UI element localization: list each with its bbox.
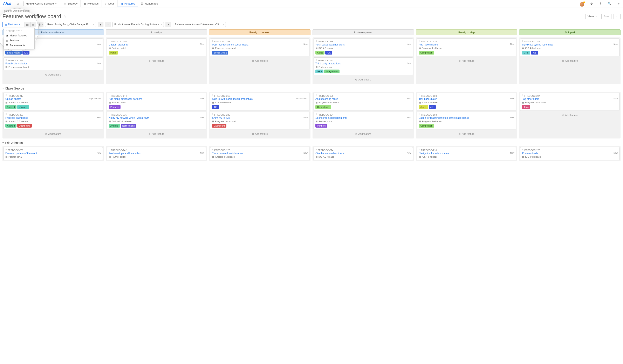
card-title[interactable]: Progress dashboard [5, 117, 28, 120]
drag-handle-icon[interactable]: ⠿ [522, 149, 523, 151]
dropdown-item-requirements[interactable]: ☰Requirements [4, 43, 34, 48]
feature-card[interactable]: ⠿FREDCOC-209 Featured partner of the mon… [3, 147, 103, 160]
tag[interactable]: Dashboard [212, 124, 226, 128]
add-feature-button[interactable]: ⊕Add feature [417, 130, 516, 138]
nav-home[interactable]: ⌂ [14, 0, 22, 7]
feature-card[interactable]: ⠿FREDCOC-205 Custom brandingNew ▦Partner… [107, 39, 206, 56]
save-button[interactable]: Save [601, 14, 611, 19]
tag[interactable]: Alerts [419, 105, 428, 109]
add-feature-button[interactable]: ⊕Add feature [520, 112, 620, 119]
lane-column[interactable]: ⠿FREDCOC-136 Add upcoming racesNew ▦Prog… [312, 92, 414, 139]
tag[interactable]: Competition [315, 105, 331, 109]
nav-add[interactable]: ＋ [614, 0, 623, 7]
feature-card[interactable]: ⠿FREDCOC-206 Show my RPMsNew ▦Progress d… [210, 112, 310, 130]
tag[interactable]: Android [5, 124, 17, 128]
lane-column[interactable]: ⠿FREDCOC-144 Add rating options for part… [106, 92, 207, 139]
tag[interactable]: iOS [325, 51, 332, 55]
tag[interactable]: Notifications [121, 124, 136, 128]
card-title[interactable]: Sign up with social media credentials [212, 98, 253, 101]
drag-handle-icon[interactable]: ⠿ [212, 95, 213, 96]
card-title[interactable]: Track required maintenance [212, 152, 243, 155]
column-header[interactable]: In design [106, 29, 207, 35]
add-feature-button[interactable]: ⊕Add feature [313, 130, 413, 138]
drag-handle-icon[interactable]: ⠿ [419, 149, 420, 151]
view-board-button[interactable]: ▦ [24, 21, 30, 27]
nav-avatar[interactable] [577, 0, 587, 7]
card-title[interactable]: Sponsored accomplishments [315, 117, 347, 120]
tag[interactable]: Partners [315, 124, 327, 128]
tag[interactable]: Competition [419, 51, 434, 55]
feature-card[interactable]: ⠿FREDCOC-221 Progress dashboardNew ▦Andr… [3, 112, 103, 130]
tag[interactable]: Integrations [324, 70, 339, 73]
star-icon[interactable]: ☆ [63, 14, 66, 18]
feature-card[interactable]: ⠿FREDCOC-168 Badge for reaching the top … [417, 112, 516, 130]
drag-handle-icon[interactable]: ⠿ [315, 59, 316, 61]
feature-card[interactable]: ⠿FREDCOC-211 Syndicate cycling route dat… [520, 39, 620, 56]
card-title[interactable]: Add upcoming races [315, 98, 338, 101]
card-title[interactable]: Tag other riders [522, 98, 539, 101]
lane-column[interactable]: ⠿FREDCOC-213 Sign up with social media c… [209, 92, 311, 139]
clear-product-filter-button[interactable]: ✕ [105, 21, 111, 27]
column-header[interactable]: Ready to ship [416, 29, 517, 35]
card-title[interactable]: Notify my network when I win a KOM [109, 117, 149, 120]
record-type-button[interactable]: ▦ Features ▼ [2, 21, 23, 27]
card-title[interactable]: Push based weather alerts [315, 43, 345, 46]
drag-handle-icon[interactable]: ⠿ [212, 114, 213, 115]
card-title[interactable]: Post race results on social media [212, 43, 248, 46]
card-title[interactable]: Featured partner of the month [5, 152, 38, 155]
tag[interactable]: Android [5, 105, 17, 109]
drag-handle-icon[interactable]: ⠿ [5, 59, 6, 61]
add-feature-button[interactable]: ⊕Add feature [520, 57, 620, 64]
tag[interactable]: Alerts [315, 51, 324, 55]
add-feature-button[interactable]: ⊕Add feature [313, 76, 413, 83]
view-list-button[interactable]: ▤ [30, 21, 36, 27]
clear-release-filter-button[interactable]: ✕ [165, 21, 171, 27]
feature-card[interactable]: ⠿FREDCOC-255 Panel color selectorNew ▦Pr… [3, 57, 103, 70]
lane-column[interactable]: ⠿FREDCOC-208 Post race results on social… [209, 38, 311, 84]
feature-card[interactable]: ⠿FREDCOC-223 Photo uploadsNew ▦iOS 4.0 r… [520, 147, 620, 160]
lane-column[interactable]: ⠿FREDCOC-210 Navigation for safest route… [416, 146, 517, 161]
drag-handle-icon[interactable]: ⠿ [109, 40, 110, 42]
drag-handle-icon[interactable]: ⠿ [212, 149, 213, 151]
release-filter-chip[interactable]: Release name: Android 3.6 release, iOS..… [173, 22, 225, 27]
tag[interactable]: GPS [315, 70, 323, 73]
drag-handle-icon[interactable]: ⠿ [109, 114, 110, 115]
feature-card[interactable]: ⠿FREDCOC-213 Sign up with social media c… [210, 93, 310, 111]
lane-column[interactable]: ⠿FREDCOC-211 Syndicate cycling route dat… [519, 38, 621, 84]
lane-column[interactable]: ⠿FREDCOC-209 Featured partner of the mon… [2, 146, 104, 161]
feature-card[interactable]: ⠿FREDCOC-214 Give kudos to other ridersN… [313, 147, 413, 160]
lane-column[interactable]: ⠿FREDCOC-224 Tag other ridersNew ▦Progre… [519, 92, 621, 139]
add-feature-button[interactable]: ⊕Add feature [417, 57, 516, 64]
drag-handle-icon[interactable]: ⠿ [419, 40, 420, 42]
feature-card[interactable]: ⠿FREDCOC-144 Add rating options for part… [107, 93, 206, 111]
dropdown-item-features[interactable]: ▦Features [4, 38, 34, 43]
card-title[interactable]: Add rating options for partners [109, 98, 142, 101]
swimlane-header[interactable]: ▾Claire George [2, 87, 621, 90]
nav-roadmaps[interactable]: ☷Roadmaps [138, 0, 161, 7]
tag[interactable]: iOS [22, 51, 29, 55]
dropdown-item-master-features[interactable]: ▣Master features [4, 33, 34, 38]
tag[interactable]: GPS [522, 51, 530, 55]
card-title[interactable]: Upload photos [5, 98, 21, 101]
add-feature-button[interactable]: ⊕Add feature [210, 57, 310, 64]
feature-card[interactable]: ⠿FREDCOC-142 Post meetups and local ride… [107, 147, 206, 160]
tag[interactable]: Uploads [17, 105, 29, 109]
settings-toolbar-button[interactable]: ⚙▼ [38, 21, 44, 27]
drag-handle-icon[interactable]: ⠿ [109, 95, 110, 96]
tag[interactable]: Portal [109, 51, 118, 55]
more-button[interactable]: ⋯ [614, 14, 621, 19]
tag[interactable]: Partners [109, 105, 121, 109]
add-feature-button[interactable]: ⊕Add feature [107, 130, 206, 138]
lane-column[interactable]: ⠿FREDCOC-215 Push based weather alertsNe… [312, 38, 414, 84]
nav-help[interactable]: ？ [596, 0, 605, 7]
drag-handle-icon[interactable]: ⠿ [419, 95, 420, 96]
card-title[interactable]: Add race timeline [419, 43, 438, 46]
nav-releases[interactable]: ▦Releases [80, 0, 101, 7]
feature-card[interactable]: ⠿FREDCOC-215 Push based weather alertsNe… [313, 39, 413, 56]
tag[interactable]: Social Media [5, 51, 22, 55]
drag-handle-icon[interactable]: ⠿ [212, 40, 213, 42]
drag-handle-icon[interactable]: ⠿ [5, 149, 6, 151]
column-header[interactable]: Shipped [519, 29, 621, 35]
feature-card[interactable]: ⠿FREDCOC-153 Third party integrationsNew… [313, 57, 413, 75]
card-title[interactable]: Post meetups and local rides [109, 152, 140, 155]
